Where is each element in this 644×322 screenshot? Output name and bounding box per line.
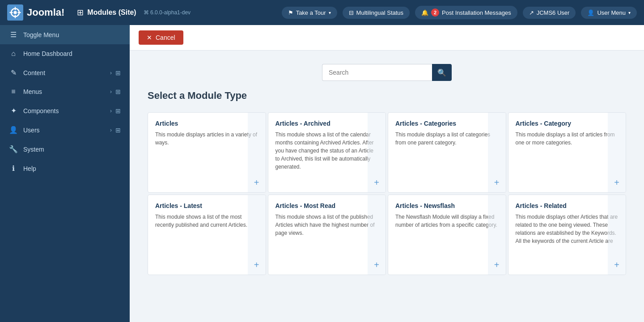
module-card-articles-archived[interactable]: Articles - ArchivedThis module shows a l… [268,112,386,193]
sidebar-item-toggle-menu[interactable]: ☰Toggle Menu [0,25,130,44]
jcms-user-button[interactable]: ↗ JCMS6 User [523,7,576,19]
sidebar-item-help[interactable]: ℹHelp [0,159,130,178]
module-add-articles-button[interactable]: + [254,178,259,187]
sidebar-users-chevron-icon: › [110,127,112,133]
module-desc-articles: This module displays articles in a varie… [155,131,258,185]
sidebar-users-icon: 👤 [9,126,18,134]
tour-icon: ⚑ [288,9,293,16]
user-menu-label: User Menu [597,9,626,16]
multilingual-label: Multilingual Status [356,9,404,16]
top-navbar: Joomla! ⊞ Modules (Site) ⌘ 6.0.0-alpha1-… [0,0,644,25]
sidebar-help-icon: ℹ [9,164,18,173]
user-menu-arrow-icon: ▾ [628,10,631,15]
messages-label: Post Installation Messages [442,9,511,16]
version-badge: ⌘ 6.0.0-alpha1-dev [144,9,191,16]
page-title-area: ⊞ Modules (Site) ⌘ 6.0.0-alpha1-dev [77,8,191,17]
module-add-articles-related-button[interactable]: + [614,260,619,269]
module-add-articles-latest-button[interactable]: + [254,260,259,269]
search-icon: 🔍 [437,68,446,77]
sidebar-components-grid-icon[interactable]: ⊞ [115,107,121,114]
sidebar-content-icon: ✎ [9,68,18,77]
post-installation-button[interactable]: 🔔 2 Post Installation Messages [415,6,517,19]
sidebar-menus-icon: ≡ [9,88,18,96]
module-add-articles-most-read-button[interactable]: + [374,260,379,269]
sidebar-menus-grid-icon[interactable]: ⊞ [115,88,121,95]
jcms-label: JCMS6 User [537,9,570,16]
tour-arrow-icon: ▾ [329,10,331,15]
module-title-articles-related: Articles - Related [516,202,619,209]
sidebar-item-system[interactable]: 🔧System [0,140,130,159]
page-title: Modules (Site) [87,8,136,17]
sidebar-item-home-dashboard[interactable]: ⌂Home Dashboard [0,44,130,63]
messages-badge: 2 [431,8,439,17]
sidebar-item-components[interactable]: ✦Components›⊞ [0,101,130,120]
module-title-articles: Articles [155,120,258,127]
tour-label: Take a Tour [296,9,326,16]
sidebar-components-icon: ✦ [9,106,18,115]
sidebar-help-label: Help [23,165,36,172]
module-desc-articles-most-read: This module shows a list of the publishe… [275,213,379,267]
module-desc-articles-categories: This module displays a list of categorie… [395,131,499,185]
user-icon: 👤 [587,9,594,16]
main-layout: ☰Toggle Menu⌂Home Dashboard✎Content›⊞≡Me… [0,25,644,322]
toolbar-area: ✕ Cancel [130,25,644,51]
search-wrapper: 🔍 [322,64,452,81]
module-card-articles[interactable]: ArticlesThis module displays articles in… [148,112,266,193]
brand-logo: Joomla! [7,4,64,21]
sidebar-content-grid-icon[interactable]: ⊞ [115,69,121,76]
module-card-articles-latest[interactable]: Articles - LatestThis module shows a lis… [148,195,266,275]
module-card-articles-newsflash[interactable]: Articles - NewsflashThe Newsflash Module… [388,195,506,275]
sidebar-toggle-menu-label: Toggle Menu [23,31,59,38]
main-content: ✕ Cancel 🔍 Select a Module Type Articles… [130,25,644,322]
module-desc-articles-archived: This module shows a list of the calendar… [275,131,379,185]
sidebar-content-chevron-icon: › [110,70,112,76]
sidebar-item-menus[interactable]: ≡Menus›⊞ [0,82,130,101]
sidebar-components-label: Components [23,107,59,114]
sidebar-toggle-menu-icon: ☰ [9,30,18,39]
sidebar-users-grid-icon[interactable]: ⊞ [115,127,121,134]
sidebar-components-chevron-icon: › [110,108,112,114]
bell-icon: 🔔 [421,9,428,16]
search-area: 🔍 [130,51,644,90]
multilingual-button[interactable]: ⊟ Multilingual Status [343,7,410,19]
module-title-articles-category: Articles - Category [516,120,619,127]
module-card-articles-category[interactable]: Articles - CategoryThis module displays … [508,112,627,193]
module-desc-articles-category: This module displays a list of articles … [516,131,619,185]
module-title-articles-archived: Articles - Archived [275,120,379,127]
module-add-articles-newsflash-button[interactable]: + [494,260,500,269]
module-grid: ArticlesThis module displays articles in… [148,112,626,275]
module-title-articles-categories: Articles - Categories [395,120,499,127]
cancel-label: Cancel [156,34,175,41]
sidebar-menus-label: Menus [23,88,42,95]
search-input[interactable] [322,64,432,81]
module-card-articles-categories[interactable]: Articles - CategoriesThis module display… [388,112,506,193]
module-card-articles-related[interactable]: Articles - RelatedThis module displays o… [508,195,627,275]
module-type-section: Select a Module Type ArticlesThis module… [130,90,644,293]
sidebar-home-dashboard-label: Home Dashboard [23,50,72,57]
cancel-button[interactable]: ✕ Cancel [139,30,183,45]
modules-icon: ⊞ [77,8,84,17]
module-add-articles-categories-button[interactable]: + [494,178,500,187]
module-desc-articles-latest: This module shows a list of the most rec… [155,213,258,267]
external-icon: ↗ [529,9,534,16]
sidebar-item-users[interactable]: 👤Users›⊞ [0,120,130,140]
sidebar-item-content[interactable]: ✎Content›⊞ [0,63,130,82]
multilingual-icon: ⊟ [349,9,354,16]
search-button[interactable]: 🔍 [432,64,452,81]
sidebar-users-label: Users [23,127,40,134]
user-menu-button[interactable]: 👤 User Menu ▾ [581,7,637,19]
brand-name: Joomla! [27,7,64,18]
take-tour-button[interactable]: ⚑ Take a Tour ▾ [282,7,337,19]
module-add-articles-category-button[interactable]: + [614,178,619,187]
module-title-articles-most-read: Articles - Most Read [275,202,379,209]
module-card-articles-most-read[interactable]: Articles - Most ReadThis module shows a … [268,195,386,275]
module-title-articles-newsflash: Articles - Newsflash [395,202,499,209]
section-title: Select a Module Type [148,90,626,102]
sidebar: ☰Toggle Menu⌂Home Dashboard✎Content›⊞≡Me… [0,25,130,322]
module-add-articles-archived-button[interactable]: + [374,178,379,187]
sidebar-content-label: Content [23,69,45,76]
sidebar-system-label: System [23,146,44,153]
module-desc-articles-related: This module displays other Articles that… [516,213,619,267]
module-desc-articles-newsflash: The Newsflash Module will display a fixe… [395,213,499,267]
cancel-x-icon: ✕ [147,34,152,41]
